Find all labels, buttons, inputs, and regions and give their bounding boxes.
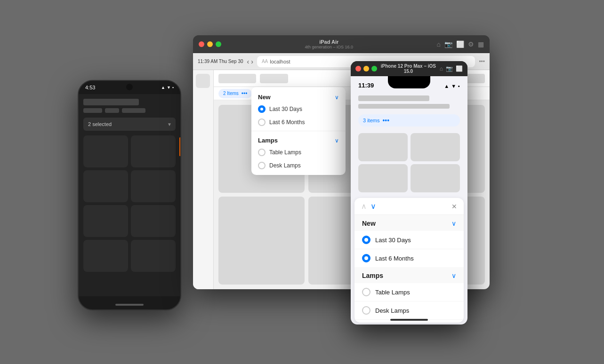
ipad-dd-divider xyxy=(251,131,346,131)
ipad-dd-lamps-header[interactable]: Lamps ∨ xyxy=(251,133,346,146)
ipad-dd-desk-lamps[interactable]: Desk Lamps xyxy=(251,159,346,172)
android-subheader-1 xyxy=(83,108,102,113)
back-button[interactable]: ‹ xyxy=(247,58,250,65)
iphone-screen: 11:39 ▲ ▼ ▪ 3 items ••• xyxy=(351,76,467,324)
iphone-dd-last6-label: Last 6 Months xyxy=(375,255,414,262)
forward-button[interactable]: › xyxy=(251,58,253,65)
ipad-grid-item xyxy=(218,197,305,285)
android-status-icons: ▲ ▼ ▪ xyxy=(161,85,174,90)
ipad-toolbar-icons: ⌂ 📷 ⬜ ⚙ ▦ xyxy=(437,40,484,48)
iphone-maximize-button[interactable] xyxy=(371,66,377,71)
iphone-grid-area xyxy=(351,129,467,196)
android-grid-item xyxy=(131,240,176,272)
more-options-icon[interactable]: ••• xyxy=(479,58,485,65)
iphone-dd-last6[interactable]: Last 6 Months xyxy=(354,249,464,267)
chevron-up-icon[interactable]: ∧ xyxy=(361,202,367,211)
android-notch xyxy=(126,84,133,90)
ipad-dd-table-label: Table Lamps xyxy=(269,149,301,156)
iphone-notch xyxy=(388,76,430,88)
ipad-dd-last30[interactable]: Last 30 Days xyxy=(251,103,346,116)
folder-icon[interactable]: ⬜ xyxy=(456,40,464,48)
iphone-filter-pill[interactable]: 3 items ••• xyxy=(358,114,460,127)
android-grid-item xyxy=(83,135,128,167)
ipad-toolbar-item-3 xyxy=(466,74,485,83)
android-grid-item xyxy=(131,135,176,167)
iphone-device-name: iPhone 12 Pro Max – iOS 15.0 xyxy=(380,63,437,74)
battery-icon: ▪ xyxy=(172,85,174,90)
iphone-filter-more-icon: ••• xyxy=(382,117,389,124)
ipad-titlebar: iPad Air 4th generation – iOS 16.0 ⌂ 📷 ⬜… xyxy=(193,35,490,53)
android-volume-bar xyxy=(179,137,181,156)
ipad-dd-last6-label: Last 6 Months xyxy=(269,119,305,126)
android-select-label: 2 selected xyxy=(88,121,112,127)
android-header-bar xyxy=(83,99,139,105)
iphone-time: 11:39 xyxy=(358,82,374,89)
iphone-dd-lamps-label: Lamps xyxy=(362,272,383,279)
iphone-dd-table-lamps[interactable]: Table Lamps xyxy=(354,283,464,301)
filter-pill-label: 2 Items xyxy=(223,91,239,96)
aa-label: AA xyxy=(262,59,268,64)
android-select-dropdown[interactable]: 2 selected ▼ xyxy=(83,118,176,131)
iphone-traffic-lights xyxy=(355,66,377,71)
close-button[interactable] xyxy=(199,41,204,47)
sidebar-panel-icon[interactable] xyxy=(196,74,210,88)
ipad-dd-lamps-label: Lamps xyxy=(258,137,278,144)
wifi-icon: ▲ xyxy=(161,85,165,90)
ipad-title-area: iPad Air 4th generation – iOS 16.0 xyxy=(225,39,433,49)
iphone-header-line2 xyxy=(358,104,450,109)
ipad-dd-table-lamps[interactable]: Table Lamps xyxy=(251,146,346,159)
iphone-dd-lamps-section: Lamps ∨ Table Lamps Desk Lamps Floor Lam… xyxy=(354,267,464,323)
iphone-window: iPhone 12 Pro Max – iOS 15.0 ⌂ 📷 ⬜ 11:39… xyxy=(351,61,467,324)
ipad-dd-last30-label: Last 30 Days xyxy=(269,106,302,112)
iphone-header-line1 xyxy=(358,95,429,101)
iphone-grid-item xyxy=(411,164,460,192)
android-subheader-3 xyxy=(122,108,145,113)
android-home-bar xyxy=(115,304,144,306)
ipad-toolbar-item-2 xyxy=(260,74,288,83)
android-subheader xyxy=(83,108,176,113)
chevron-down-icon: ∨ xyxy=(451,272,456,279)
iphone-dd-last30-radio xyxy=(362,236,370,244)
ipad-dd-last6-radio xyxy=(258,119,266,126)
ipad-dd-new-header[interactable]: New ∨ xyxy=(251,90,346,103)
chevron-down-icon: ∨ xyxy=(335,94,339,101)
ipad-filter-dropdown: New ∨ Last 30 Days Last 6 Months Lamps xyxy=(251,87,346,175)
chevron-down-icon[interactable]: ∨ xyxy=(370,202,376,211)
settings-icon[interactable]: ⚙ xyxy=(468,40,474,48)
iphone-grid-item xyxy=(358,164,408,192)
iphone-screenshot-icon[interactable]: 📷 xyxy=(446,65,453,72)
url-text: localhost xyxy=(270,59,290,64)
android-subheader-2 xyxy=(105,108,119,113)
iphone-dd-lamps-header[interactable]: Lamps ∨ xyxy=(354,267,464,283)
maximize-button[interactable] xyxy=(216,41,221,47)
screenshot-icon[interactable]: 📷 xyxy=(444,40,452,48)
ipad-dd-last6[interactable]: Last 6 Months xyxy=(251,116,346,129)
ipad-dd-table-radio xyxy=(258,149,266,156)
iphone-home-icon[interactable]: ⌂ xyxy=(440,65,443,72)
display-icon[interactable]: ▦ xyxy=(478,40,484,48)
iphone-dd-nav-arrows: ∧ ∨ xyxy=(361,202,376,211)
iphone-folder-icon[interactable]: ⬜ xyxy=(456,65,463,72)
iphone-home-bar xyxy=(390,319,428,321)
iphone-filter-dropdown: ∧ ∨ ✕ New ∨ Last 30 Days Last 6 Months xyxy=(354,198,464,323)
iphone-close-button[interactable] xyxy=(355,66,361,71)
android-grid-item xyxy=(83,170,128,202)
iphone-header-area xyxy=(351,92,467,111)
android-time: 4:53 xyxy=(85,85,95,90)
iphone-dd-last30[interactable]: Last 30 Days xyxy=(354,231,464,249)
ipad-filter-pill[interactable]: 2 Items ••• xyxy=(218,89,252,98)
ipad-sidebar xyxy=(193,70,214,289)
close-icon[interactable]: ✕ xyxy=(451,203,457,210)
home-icon[interactable]: ⌂ xyxy=(437,40,441,48)
iphone-dd-desk-lamps[interactable]: Desk Lamps xyxy=(354,301,464,320)
iphone-status-icons: ▲ ▼ ▪ xyxy=(444,83,460,89)
iphone-dd-new-header[interactable]: New ∨ xyxy=(354,215,464,231)
ipad-toolbar-item-1 xyxy=(218,74,256,83)
ipad-device-sub: 4th generation – iOS 16.0 xyxy=(225,45,433,49)
iphone-dd-table-label: Table Lamps xyxy=(375,289,410,296)
iphone-dd-table-radio xyxy=(362,288,370,296)
iphone-minimize-button[interactable] xyxy=(363,66,369,71)
ipad-dd-new-label: New xyxy=(258,94,271,101)
ipad-device-name: iPad Air xyxy=(225,39,433,45)
minimize-button[interactable] xyxy=(207,41,213,47)
